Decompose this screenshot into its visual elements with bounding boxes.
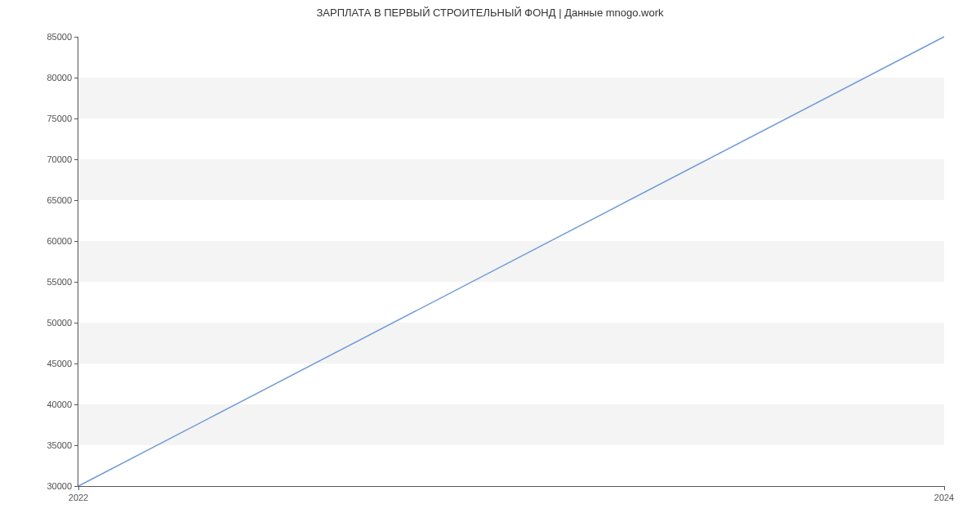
y-tick-label: 45000	[47, 359, 78, 368]
y-tick-label: 60000	[47, 236, 78, 246]
y-tick-label: 65000	[47, 195, 78, 205]
x-tick-label: 2024	[934, 486, 954, 502]
y-tick-label: 85000	[47, 32, 78, 42]
series-line	[78, 37, 944, 486]
y-tick-label: 35000	[47, 440, 78, 450]
chart-title: ЗАРПЛАТА В ПЕРВЫЙ СТРОИТЕЛЬНЫЙ ФОНД | Да…	[0, 7, 980, 19]
chart-container: ЗАРПЛАТА В ПЕРВЫЙ СТРОИТЕЛЬНЫЙ ФОНД | Да…	[0, 0, 980, 531]
plot-area: 3000035000400004500050000550006000065000…	[78, 37, 944, 487]
y-tick-label: 55000	[47, 277, 78, 287]
y-tick-label: 50000	[47, 318, 78, 328]
y-tick-label: 40000	[47, 399, 78, 409]
y-tick-label: 70000	[47, 154, 78, 164]
y-tick-label: 80000	[47, 73, 78, 83]
y-tick-label: 75000	[47, 114, 78, 123]
line-series	[78, 37, 944, 486]
x-tick-label: 2022	[69, 486, 88, 502]
